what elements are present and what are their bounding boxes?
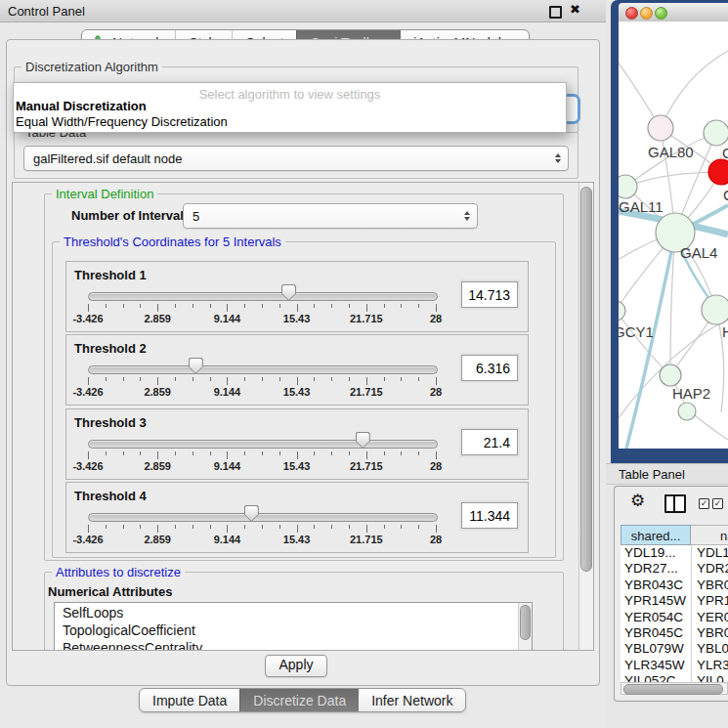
cell-shared-name: YBL079W [624,641,684,656]
tab-infer-network[interactable]: Infer Network [359,689,465,711]
numerical-attributes-list: SelfLoopsTopologicalCoefficientBetweenne… [54,602,533,651]
scrollbar-thumb[interactable] [580,187,592,572]
attribute-item-selfloops[interactable]: SelfLoops [55,605,532,621]
table-row[interactable]: YIL052CYIL0 [621,673,728,682]
column-header-shared-name[interactable]: shared... [621,525,691,545]
slider-tick [366,525,367,533]
table-row[interactable]: YBR045CYBR0 [621,625,728,641]
columns-icon[interactable] [664,494,686,513]
scrollbar-thumb[interactable] [520,605,531,640]
table-row[interactable]: YDR27...YDR2 [621,561,728,577]
table-row[interactable]: YPR145WYPR1 [621,593,728,609]
slider-tick [227,451,228,459]
slider-tick [262,525,263,529]
cell-shared-name: YDR27... [624,561,678,576]
node-label: HAP2 [672,385,710,402]
slider-tick [349,525,350,529]
slider-tick [331,451,332,455]
node-label: G [722,145,728,161]
network-graph: GAL80 G C GAL11 GAL4 GCY1 H HAP2 [619,21,728,449]
slider-tick [262,304,263,308]
slider-tick [175,377,176,381]
scrollbar-thumb[interactable] [623,684,723,695]
tab-discretize-data[interactable]: Discretize Data [239,689,359,711]
threshold-panel-4: Threshold 4-3.4262.8599.14415.4321.71528… [65,482,529,553]
slider-tick [314,304,315,308]
attribute-item-betweennesscentrality[interactable]: BetweennessCentrality [55,640,532,651]
slider-tick [384,377,385,381]
network-canvas[interactable]: GAL80 G C GAL11 GAL4 GCY1 H HAP2 [619,21,728,449]
attributes-list-scrollbar[interactable] [518,603,532,651]
close-icon[interactable]: ✖ [570,2,580,17]
slider-tick [349,451,350,455]
attribute-item-topologicalcoefficient[interactable]: TopologicalCoefficient [55,622,532,638]
network-window-titlebar[interactable] [619,3,728,22]
settings-vertical-scrollbar[interactable] [578,183,593,650]
checkbox-icon[interactable]: ✓ [699,498,709,509]
slider-track[interactable] [88,513,438,522]
node-gal80[interactable] [648,115,673,141]
slider-track[interactable] [88,440,438,449]
slider-handle[interactable] [281,284,296,301]
slider-tick-label: 2.859 [144,460,171,472]
threshold-value-field[interactable]: 14.713 [461,281,518,308]
node-hap2[interactable] [660,364,681,386]
threshold-value-field[interactable]: 11.344 [461,502,518,529]
slider-handle-face [357,433,369,448]
slider-tick [314,377,315,381]
slider-tick [366,304,367,312]
interval-definition-title: Interval Definition [52,187,157,201]
tab-impute-data[interactable]: Impute Data [140,689,239,711]
slider-track[interactable] [88,292,438,301]
slider-tick [123,304,124,308]
cell-shared-name: YPR145W [624,593,686,608]
node-gal11[interactable] [619,175,637,198]
table-body: YDL19...YDL1YDR27...YDR2YBR043CYBR0YPR14… [621,545,728,682]
cell-shared-name: YBR045C [624,625,683,640]
dropdown-option-manual-discretization[interactable]: Manual Discretization [16,99,147,113]
slider-track[interactable] [88,365,438,374]
table-row[interactable]: YDL19...YDL1 [621,545,728,561]
threshold-value-field[interactable]: 21.4 [461,429,518,455]
cell-name: YBL0 [697,641,728,656]
slider-tick [157,451,158,459]
tab-label: Discretize Data [253,693,346,708]
slider-tick [157,377,158,385]
slider-handle[interactable] [189,358,203,374]
node-h[interactable] [702,295,728,324]
apply-button[interactable]: Apply [265,655,327,677]
slider-tick [279,451,280,455]
node-g[interactable] [704,120,728,146]
slider-tick [193,304,193,308]
table-row[interactable]: YER054CYER0 [621,610,728,625]
slider-tick [88,304,89,312]
slider-tick [331,304,332,308]
cell-name: YER0 [697,610,728,624]
zoom-traffic-light-icon[interactable] [655,7,667,20]
slider-tick [436,304,437,312]
gear-icon[interactable]: ⚙ [630,492,645,509]
column-header-name[interactable]: na [691,525,728,545]
slider-tick-label: 15.43 [283,386,311,398]
cell-shared-name: YDL19... [624,545,676,560]
slider-tick-label: 9.144 [214,460,241,472]
dropdown-option-equal-width-frequency[interactable]: Equal Width/Frequency Discretization [16,114,228,129]
slider-handle[interactable] [244,505,259,522]
slider-tick [401,525,402,529]
close-traffic-light-icon[interactable] [625,7,638,20]
number-of-intervals-combobox[interactable]: 5 [183,203,478,229]
cell-name: YIL0 [697,673,724,682]
node-red-selected[interactable] [708,159,728,185]
float-window-icon[interactable] [549,6,562,19]
slider-handle[interactable] [356,432,370,449]
node-partial[interactable] [678,403,696,420]
node-gcy1[interactable] [619,301,625,321]
table-horizontal-scrollbar[interactable] [621,682,728,695]
minimize-traffic-light-icon[interactable] [640,7,653,20]
table-data-combobox[interactable]: galFiltered.sif default node [23,146,569,171]
table-row[interactable]: YLR345WYLR3 [621,658,728,673]
threshold-value-field[interactable]: 6.316 [461,355,518,381]
checkbox-icon[interactable]: ✓ [712,498,723,509]
table-row[interactable]: YBR043CYBR0 [621,578,728,593]
table-row[interactable]: YBL079WYBL0 [621,641,728,657]
